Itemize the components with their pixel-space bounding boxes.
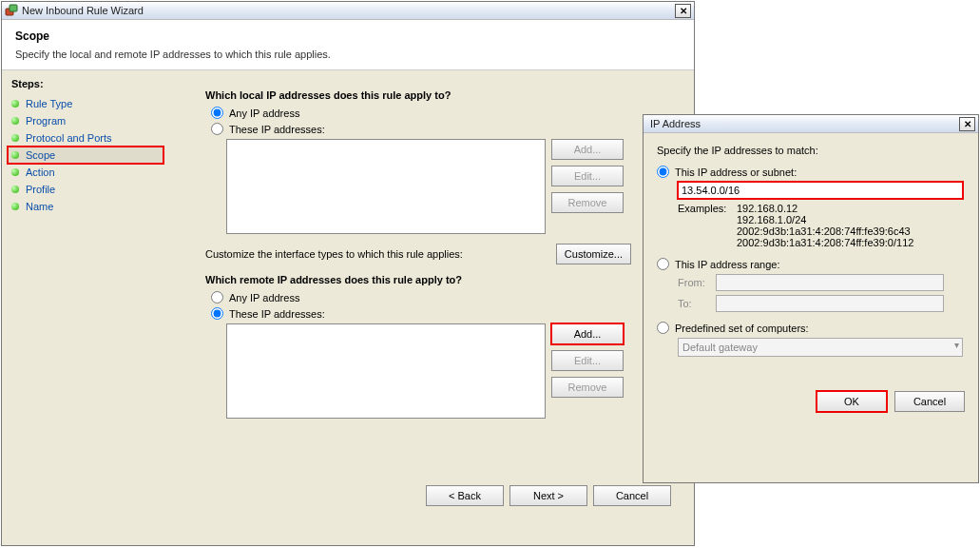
from-label: From: bbox=[678, 277, 710, 288]
customize-label: Customize the interface types to which t… bbox=[205, 248, 463, 260]
local-add-button[interactable]: Add... bbox=[551, 139, 624, 160]
subnet-input[interactable] bbox=[678, 182, 963, 199]
local-any-radio[interactable] bbox=[211, 107, 223, 119]
page-subtitle: Specify the local and remote IP addresse… bbox=[15, 49, 681, 60]
range-label: This IP address range: bbox=[675, 259, 779, 270]
step-label: Program bbox=[26, 115, 66, 127]
examples-label: Examples: bbox=[678, 203, 733, 248]
predef-option-row[interactable]: Predefined set of computers: bbox=[657, 322, 965, 334]
bullet-icon bbox=[11, 134, 19, 142]
remote-ip-list[interactable] bbox=[226, 323, 546, 419]
bullet-icon bbox=[11, 151, 19, 159]
step-label: Profile bbox=[26, 184, 55, 195]
close-icon[interactable]: ✕ bbox=[959, 117, 975, 131]
predef-radio[interactable] bbox=[657, 322, 669, 334]
cancel-button[interactable]: Cancel bbox=[593, 485, 671, 506]
bullet-icon bbox=[11, 100, 19, 108]
page-title: Scope bbox=[15, 29, 681, 43]
step-program[interactable]: Program bbox=[11, 112, 163, 129]
subnet-option-row[interactable]: This IP address or subnet: bbox=[657, 166, 965, 178]
range-from-input[interactable] bbox=[716, 274, 944, 291]
wizard-main: Which local IP addresses does this rule … bbox=[173, 70, 694, 516]
step-label: Protocol and Ports bbox=[26, 132, 112, 144]
local-these-radio[interactable] bbox=[211, 123, 223, 135]
subnet-radio[interactable] bbox=[657, 166, 669, 178]
wizard-window: New Inbound Rule Wizard ✕ Scope Specify … bbox=[1, 1, 695, 546]
step-label: Rule Type bbox=[26, 98, 72, 109]
step-protocol-ports[interactable]: Protocol and Ports bbox=[11, 129, 163, 147]
remote-these-row[interactable]: These IP addresses: bbox=[211, 307, 671, 320]
ip-dialog-titlebar: IP Address ✕ bbox=[644, 115, 978, 133]
local-edit-button[interactable]: Edit... bbox=[551, 166, 624, 186]
step-scope[interactable]: Scope bbox=[8, 147, 163, 164]
remote-question: Which remote IP addresses does this rule… bbox=[205, 274, 671, 285]
bullet-icon bbox=[11, 186, 19, 193]
range-to-input[interactable] bbox=[716, 295, 944, 312]
remote-any-radio[interactable] bbox=[211, 291, 223, 303]
remote-any-row[interactable]: Any IP address bbox=[211, 291, 671, 303]
subnet-label: This IP address or subnet: bbox=[675, 166, 797, 178]
step-action[interactable]: Action bbox=[11, 164, 163, 181]
step-label: Scope bbox=[26, 149, 55, 161]
wizard-title: New Inbound Rule Wizard bbox=[22, 5, 675, 16]
customize-button[interactable]: Customize... bbox=[556, 244, 631, 264]
ok-button[interactable]: OK bbox=[817, 391, 887, 412]
wizard-icon bbox=[5, 4, 18, 17]
remote-any-label: Any IP address bbox=[229, 292, 299, 303]
step-name[interactable]: Name bbox=[11, 198, 163, 215]
steps-sidebar: Steps: Rule Type Program Protocol and Po… bbox=[2, 70, 173, 516]
steps-heading: Steps: bbox=[11, 78, 163, 89]
remote-edit-button[interactable]: Edit... bbox=[551, 350, 624, 371]
step-profile[interactable]: Profile bbox=[11, 181, 163, 198]
local-question: Which local IP addresses does this rule … bbox=[205, 89, 671, 101]
predef-select[interactable] bbox=[678, 338, 963, 357]
remote-remove-button[interactable]: Remove bbox=[551, 377, 624, 398]
step-label: Name bbox=[26, 201, 53, 212]
ip-dialog-title: IP Address bbox=[646, 118, 959, 129]
remote-these-radio[interactable] bbox=[211, 307, 223, 320]
bullet-icon bbox=[11, 203, 19, 210]
example-line: 2002:9d3b:1a31:4:208:74ff:fe39:0/112 bbox=[737, 237, 913, 248]
local-these-label: These IP addresses: bbox=[229, 124, 325, 135]
range-radio[interactable] bbox=[657, 258, 669, 270]
local-ip-list[interactable] bbox=[226, 139, 546, 234]
remote-these-label: These IP addresses: bbox=[229, 308, 325, 320]
local-these-row[interactable]: These IP addresses: bbox=[211, 123, 671, 135]
ip-cancel-button[interactable]: Cancel bbox=[894, 391, 965, 412]
next-button[interactable]: Next > bbox=[509, 485, 587, 506]
ip-address-dialog: IP Address ✕ Specify the IP addresses to… bbox=[643, 114, 979, 483]
bullet-icon bbox=[11, 168, 19, 176]
step-rule-type[interactable]: Rule Type bbox=[11, 95, 163, 112]
predef-label: Predefined set of computers: bbox=[675, 323, 809, 334]
local-any-row[interactable]: Any IP address bbox=[211, 107, 671, 119]
remote-add-button[interactable]: Add... bbox=[551, 323, 624, 344]
examples-values: 192.168.0.12 192.168.1.0/24 2002:9d3b:1a… bbox=[737, 203, 913, 248]
bullet-icon bbox=[11, 117, 19, 125]
back-button[interactable]: < Back bbox=[426, 485, 504, 506]
range-option-row[interactable]: This IP address range: bbox=[657, 258, 965, 270]
close-icon[interactable]: ✕ bbox=[675, 4, 691, 18]
to-label: To: bbox=[678, 298, 710, 309]
example-line: 192.168.0.12 bbox=[737, 203, 913, 214]
local-any-label: Any IP address bbox=[229, 108, 299, 119]
wizard-titlebar: New Inbound Rule Wizard ✕ bbox=[2, 2, 694, 20]
example-line: 192.168.1.0/24 bbox=[737, 214, 913, 225]
svg-rect-1 bbox=[10, 5, 17, 11]
wizard-header: Scope Specify the local and remote IP ad… bbox=[2, 20, 694, 70]
example-line: 2002:9d3b:1a31:4:208:74ff:fe39:6c43 bbox=[737, 225, 913, 237]
ip-dialog-instruction: Specify the IP addresses to match: bbox=[657, 145, 965, 156]
step-label: Action bbox=[26, 166, 55, 178]
local-remove-button[interactable]: Remove bbox=[551, 192, 624, 213]
